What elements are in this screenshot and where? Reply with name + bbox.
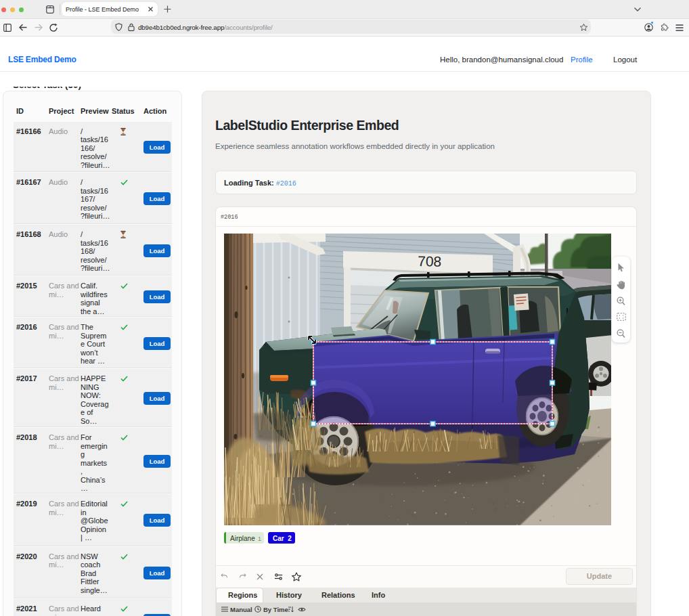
svg-text:708: 708 [418, 253, 442, 269]
